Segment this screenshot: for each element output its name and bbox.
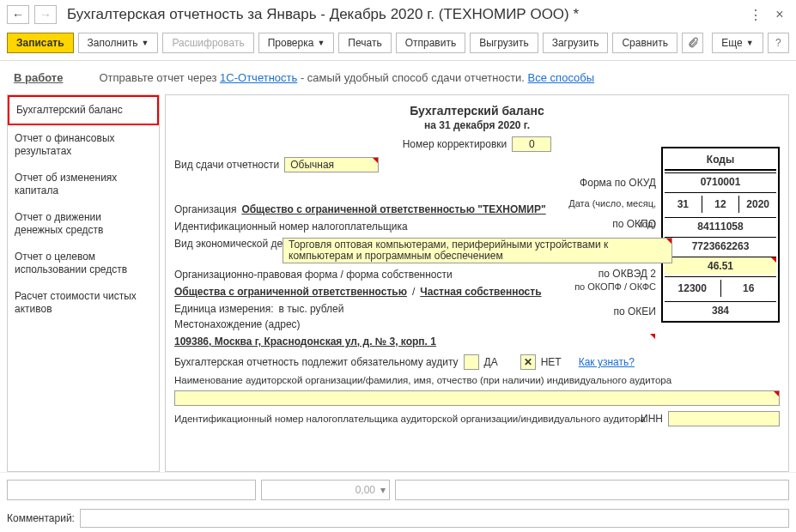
check-label: Проверка: [268, 37, 314, 49]
chevron-down-icon: ▼: [142, 39, 149, 47]
code-okopf: 12300: [665, 280, 721, 297]
menu-icon[interactable]: ⋮: [746, 5, 765, 24]
legal-form2: Частная собственность: [420, 286, 541, 298]
compare-button[interactable]: Сравнить: [612, 33, 677, 53]
fill-button[interactable]: Заполнить▼: [78, 33, 159, 53]
submit-type-label: Вид сдачи отчетности: [174, 159, 279, 171]
code-day: 31: [665, 196, 702, 213]
sidebar-item-capital[interactable]: Отчет об изменениях капитала: [8, 165, 159, 204]
inn-short-label: ИНН: [641, 413, 663, 425]
codes-header: Коды: [665, 150, 776, 171]
close-icon[interactable]: ×: [770, 5, 789, 24]
chevron-down-icon: ▼: [317, 39, 325, 47]
code-okfs: 16: [721, 280, 777, 297]
footer-text-1[interactable]: [7, 480, 256, 500]
audit-link[interactable]: Как узнать?: [579, 356, 635, 368]
submit-type-field[interactable]: Обычная: [284, 157, 379, 172]
addr-label: Местонахождение (адрес): [174, 318, 301, 330]
code-okpo: 84111058: [665, 217, 776, 235]
addr-value[interactable]: 109386, Москва г, Краснодонская ул, д. №…: [174, 336, 655, 348]
send-button[interactable]: Отправить: [396, 33, 466, 53]
more-button[interactable]: Еще▼: [712, 33, 763, 53]
code-year: 2020: [739, 196, 776, 213]
sidebar-item-cash-flow[interactable]: Отчет о движении денежных средств: [8, 204, 159, 244]
audit-no-label: НЕТ: [541, 356, 562, 368]
sidebar-item-balance[interactable]: Бухгалтерский баланс: [8, 95, 159, 125]
activity-field[interactable]: Торговля оптовая компьютерами, периферий…: [283, 238, 672, 263]
unload-button[interactable]: Выгрузить: [470, 33, 538, 53]
load-button[interactable]: Загрузить: [543, 33, 609, 53]
corr-num-label: Номер корректировки: [403, 138, 507, 150]
code-inn: 7723662263: [665, 237, 776, 255]
sidebar: Бухгалтерский баланс Отчет о финансовых …: [7, 94, 160, 472]
org-field[interactable]: Общество с ограниченной ответственностью…: [241, 203, 545, 215]
unit-value: в тыс. рублей: [279, 303, 344, 315]
check-button[interactable]: Проверка▼: [258, 33, 335, 53]
auditor-inn-field[interactable]: [668, 411, 780, 426]
code-okved[interactable]: 46.51: [665, 257, 776, 275]
footer-num[interactable]: 0,00▾: [261, 480, 390, 500]
corr-num-field[interactable]: 0: [512, 136, 551, 152]
audit-label: Бухгалтерская отчетность подлежит обязат…: [174, 356, 459, 368]
auditor-label: Наименование аудиторской организации/фам…: [174, 375, 671, 385]
sidebar-item-fin-results[interactable]: Отчет о финансовых результатах: [8, 125, 159, 165]
audit-yes-check[interactable]: [464, 354, 479, 370]
auditor-inn-label: Идентификационный номер налогоплательщик…: [174, 414, 458, 425]
form-area: Бухгалтерский баланс на 31 декабря 2020 …: [165, 94, 789, 472]
more-label: Еще: [721, 37, 742, 49]
form-date: на 31 декабря 2020 г.: [174, 119, 780, 131]
save-button[interactable]: Записать: [7, 33, 74, 53]
legal-form-label: Организационно-правовая форма / форма со…: [174, 269, 453, 281]
attach-icon[interactable]: [682, 33, 703, 53]
code-okei: 384: [665, 301, 776, 319]
status-label[interactable]: В работе: [14, 71, 63, 84]
auditor-name-field[interactable]: [174, 390, 780, 406]
link-1c[interactable]: 1С-Отчетность: [220, 71, 297, 84]
unit-label: Единица измерения:: [174, 303, 274, 315]
print-button[interactable]: Печать: [338, 33, 391, 53]
sidebar-item-net-assets[interactable]: Расчет стоимости чистых активов: [8, 283, 159, 323]
decode-button[interactable]: Расшифровать: [162, 33, 253, 53]
info-text: Отправьте отчет через 1С-Отчетность - са…: [99, 71, 594, 84]
activity-label: Вид экономической деятельности: [174, 238, 277, 250]
legal-form1: Общества с ограниченной ответственностью: [174, 286, 407, 298]
form-heading: Бухгалтерский баланс: [174, 104, 780, 118]
comment-input[interactable]: [80, 509, 789, 528]
help-icon[interactable]: ?: [768, 33, 789, 53]
org-label: Организация: [174, 203, 236, 215]
footer-text-2[interactable]: [395, 480, 789, 500]
forward-button[interactable]: →: [34, 5, 57, 24]
fill-label: Заполнить: [88, 37, 138, 49]
audit-no-check[interactable]: ✕: [520, 354, 536, 370]
code-okud: 0710001: [665, 172, 776, 190]
audit-yes-label: ДА: [484, 356, 498, 368]
window-title: Бухгалтерская отчетность за Январь - Дек…: [62, 6, 741, 23]
link-all-ways[interactable]: Все способы: [528, 71, 594, 84]
red-marker-icon: [650, 334, 655, 339]
chevron-down-icon: ▼: [746, 39, 754, 47]
inn-label: Идентификационный номер налогоплательщик…: [174, 221, 408, 233]
codes-table: Коды 0710001 31122020 84111058 772366226…: [661, 147, 780, 323]
back-button[interactable]: ←: [7, 5, 29, 24]
comment-label: Комментарий:: [7, 512, 75, 524]
code-month: 12: [702, 196, 740, 213]
sidebar-item-target-use[interactable]: Отчет о целевом использовании средств: [8, 244, 159, 283]
